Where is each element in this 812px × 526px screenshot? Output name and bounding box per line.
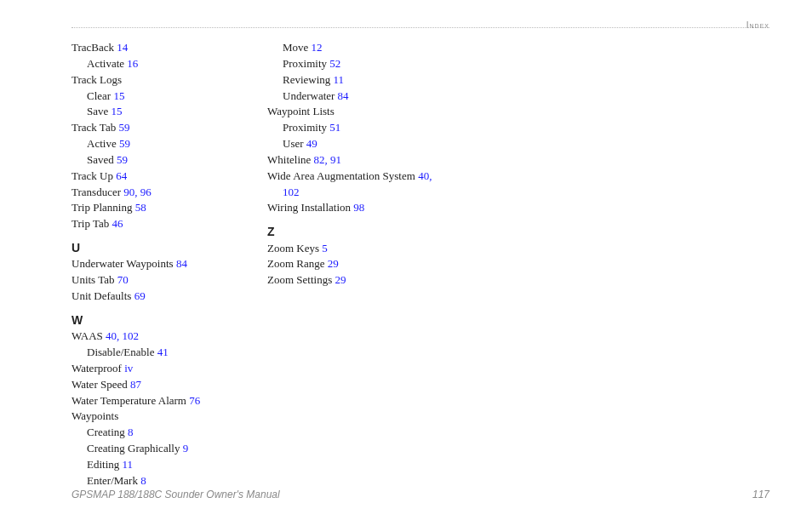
index-term: Waterproof	[71, 362, 122, 374]
index-term: Underwater	[283, 89, 335, 102]
index-entry: Water Speed 87	[71, 377, 233, 393]
page-link[interactable]: 11	[123, 458, 134, 471]
index-term: Transducer	[71, 186, 121, 198]
index-entry: Move 12	[267, 40, 429, 56]
index-entry: Trip Tab 46	[71, 216, 233, 232]
page-link[interactable]: 15	[112, 105, 123, 117]
page-link[interactable]: 84	[338, 89, 349, 102]
index-term: Disable/Enable	[87, 346, 154, 358]
index-letter-heading: Z	[267, 223, 429, 240]
index-entry: Whiteline 82, 91	[267, 152, 429, 169]
index-term: Track Tab	[71, 121, 116, 134]
index-term: Activate	[87, 57, 124, 70]
page-link[interactable]: 29	[328, 257, 339, 270]
page-link[interactable]: 8	[140, 474, 146, 487]
page-link[interactable]: 11	[334, 73, 345, 86]
index-term: Reviewing	[283, 73, 330, 86]
page-link[interactable]: 87	[130, 378, 141, 391]
index-entry: WAAS 40, 102	[71, 329, 233, 345]
page-link[interactable]: 5	[322, 242, 328, 254]
index-term: Saved	[87, 153, 114, 166]
page-link[interactable]: 91	[330, 153, 341, 166]
index-entry: Water Temperature Alarm 76	[71, 393, 233, 409]
page-link[interactable]: 41	[157, 346, 169, 358]
page-link[interactable]: iv	[124, 362, 133, 374]
page-link[interactable]: 12	[312, 41, 323, 54]
page-link[interactable]: 59	[119, 137, 130, 150]
page-link[interactable]: 16	[127, 57, 138, 70]
index-term: Waypoint Lists	[267, 105, 335, 117]
index-columns: TracBack 14Activate 16Track LogsClear 15…	[71, 40, 769, 489]
index-column: Move 12Proximity 52Reviewing 11Underwate…	[267, 40, 429, 489]
page-link[interactable]: 14	[117, 41, 128, 54]
page-link[interactable]: 40	[418, 169, 429, 182]
page-link[interactable]: 51	[329, 121, 340, 134]
index-entry: Unit Defaults 69	[71, 289, 233, 305]
page-link[interactable]: 40	[106, 329, 117, 342]
index-entry: Proximity 52	[267, 56, 429, 72]
index-term: Save	[87, 105, 108, 117]
index-entry: TracBack 14	[71, 40, 233, 56]
index-entry: 102	[267, 185, 429, 201]
page-link[interactable]: 102	[283, 186, 300, 198]
index-entry: Creating Graphically 9	[71, 441, 233, 457]
index-term: User	[283, 137, 304, 150]
page-link[interactable]: 90	[123, 186, 134, 198]
page-link[interactable]: 29	[335, 273, 346, 286]
page-link[interactable]: 59	[118, 121, 129, 134]
index-letter-heading: U	[71, 239, 233, 256]
page-link[interactable]: 9	[183, 442, 189, 455]
page-link[interactable]: 82	[314, 153, 325, 166]
page-link[interactable]: 15	[113, 89, 124, 102]
page-link[interactable]: 52	[329, 57, 340, 70]
page-link[interactable]: 59	[117, 153, 128, 166]
index-term: Zoom Settings	[267, 273, 332, 286]
index-entry: Clear 15	[71, 89, 233, 105]
index-entry: Enter/Mark 8	[71, 473, 233, 489]
index-entry: Waypoint Lists	[267, 104, 429, 120]
index-entry: Underwater Waypoints 84	[71, 256, 233, 272]
index-entry: Active 59	[71, 136, 233, 152]
page-link[interactable]: 96	[140, 186, 152, 198]
index-term: Creating	[87, 426, 125, 438]
index-term: Track Logs	[71, 73, 122, 86]
index-term: Units Tab	[71, 273, 115, 286]
index-entry: Zoom Range 29	[267, 256, 429, 272]
page-link[interactable]: 46	[112, 217, 123, 230]
index-term: TracBack	[71, 41, 114, 54]
index-entry: Waterproof iv	[71, 361, 233, 377]
index-entry: Zoom Settings 29	[267, 272, 429, 289]
index-letter-heading: W	[71, 312, 233, 329]
page-link[interactable]: 58	[135, 201, 146, 214]
index-entry: Creating 8	[71, 425, 233, 441]
index-term: Track Up	[71, 169, 113, 182]
index-entry: Proximity 51	[267, 120, 429, 136]
index-entry: Reviewing 11	[267, 72, 429, 89]
index-entry: Waypoints	[71, 409, 233, 425]
index-term: Zoom Range	[267, 257, 325, 270]
page-link[interactable]: 8	[128, 426, 134, 438]
index-entry: Zoom Keys 5	[267, 241, 429, 257]
index-term: Editing	[87, 458, 119, 471]
index-term: Trip Tab	[71, 217, 109, 230]
page-link[interactable]: 49	[306, 137, 317, 150]
index-term: Water Speed	[71, 378, 128, 391]
page-link[interactable]: 69	[134, 289, 146, 302]
page-link[interactable]: 98	[353, 201, 364, 214]
page-link[interactable]: 102	[123, 329, 140, 342]
index-term: Active	[87, 137, 117, 150]
index-entry: Wide Area Augmentation System 40,	[267, 169, 429, 185]
index-entry: Transducer 90, 96	[71, 185, 233, 201]
page-link[interactable]: 70	[117, 273, 129, 286]
index-entry: Trip Planning 58	[71, 200, 233, 216]
page-link[interactable]: 64	[116, 169, 127, 182]
page-link[interactable]: 84	[176, 257, 187, 270]
page-link[interactable]: 76	[189, 394, 200, 407]
index-term: Wide Area Augmentation System	[267, 169, 415, 182]
index-entry: Saved 59	[71, 152, 233, 169]
index-entry: Units Tab 70	[71, 272, 233, 289]
index-entry: Track Logs	[71, 72, 233, 89]
index-term: WAAS	[71, 329, 103, 342]
index-term: Zoom Keys	[267, 242, 319, 254]
footer: GPSMAP 188/188C Sounder Owner's Manual 1…	[71, 489, 769, 500]
